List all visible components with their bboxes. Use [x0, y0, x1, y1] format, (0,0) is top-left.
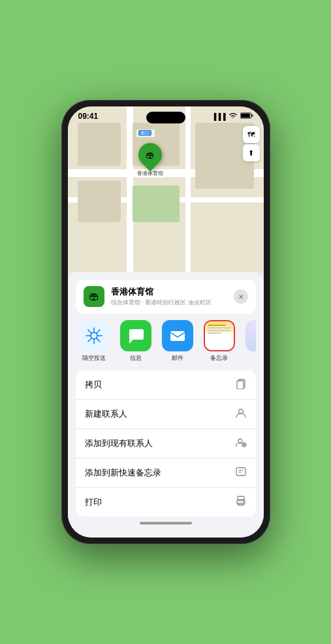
location-info: 香港体育馆 综合体育馆 · 香港特别行政区 油尖旺区	[111, 286, 234, 307]
svg-rect-12	[236, 468, 245, 475]
print-icon	[235, 495, 247, 509]
new-contact-icon	[235, 407, 247, 421]
message-label: 信息	[130, 354, 142, 362]
add-notes-label: 添加到新快速备忘录	[85, 467, 161, 479]
svg-rect-2	[251, 115, 253, 117]
location-card: 🏟 香港体育馆 综合体育馆 · 香港特别行政区 油尖旺区 ✕	[76, 280, 256, 314]
action-print[interactable]: 打印	[76, 488, 256, 517]
home-bar	[140, 522, 192, 524]
notes-icon	[204, 320, 235, 351]
close-button[interactable]: ✕	[234, 289, 248, 304]
status-icons: ▐▐▐	[212, 112, 253, 120]
status-time: 09:41	[78, 112, 99, 121]
share-row: 隔空投送 信息 邮件	[76, 320, 256, 364]
airdrop-label: 隔空投送	[82, 354, 106, 362]
notes-label: 备忘录	[210, 354, 228, 362]
add-notes-icon	[235, 466, 247, 480]
pin-circle: 🏟	[133, 138, 166, 171]
svg-point-8	[238, 439, 242, 443]
print-label: 打印	[85, 496, 102, 508]
airdrop-icon	[78, 320, 110, 351]
share-item-airdrop[interactable]: 隔空投送	[76, 320, 112, 362]
share-item-mail[interactable]: 邮件	[159, 320, 196, 362]
map-background: 南口 🏟 香港体育馆 🗺 ⬆	[68, 106, 264, 272]
action-add-existing[interactable]: 添加到现有联系人	[76, 429, 256, 459]
new-contact-label: 新建联系人	[85, 408, 127, 420]
mail-label: 邮件	[172, 354, 183, 362]
dynamic-island	[146, 112, 185, 123]
road-v2	[185, 106, 191, 272]
map-direction-label: 南口	[136, 129, 155, 137]
share-item-message[interactable]: 信息	[118, 320, 154, 362]
more-icon	[245, 320, 256, 351]
signal-icon: ▐▐▐	[212, 113, 225, 120]
share-item-more[interactable]: 推	[243, 320, 256, 362]
venue-subtitle: 综合体育馆 · 香港特别行政区 油尖旺区	[111, 298, 234, 307]
action-copy[interactable]: 拷贝	[76, 370, 256, 400]
block	[78, 123, 121, 166]
action-add-notes[interactable]: 添加到新快速备忘录	[76, 459, 256, 488]
map-area[interactable]: 南口 🏟 香港体育馆 🗺 ⬆	[68, 106, 264, 272]
green-park	[133, 185, 180, 222]
mail-icon	[162, 320, 193, 351]
copy-icon	[235, 378, 247, 392]
action-new-contact[interactable]: 新建联系人	[76, 400, 256, 429]
action-list: 拷贝 新建联系人 添加到现有联系人	[76, 370, 256, 517]
location-button[interactable]: ⬆	[243, 144, 260, 161]
venue-icon: 🏟	[84, 286, 104, 307]
phone-frame: 09:41 ▐▐▐	[61, 100, 270, 544]
copy-label: 拷贝	[85, 379, 102, 391]
venue-name: 香港体育馆	[111, 286, 234, 298]
map-controls: 🗺 ⬆	[243, 126, 260, 161]
phone-screen: 09:41 ▐▐▐	[68, 106, 264, 538]
battery-icon	[240, 112, 253, 120]
wifi-icon	[229, 112, 238, 120]
add-existing-label: 添加到现有联系人	[85, 438, 153, 449]
location-pin: 🏟 香港体育馆	[135, 143, 165, 178]
venue-icon-symbol: 🏟	[89, 291, 99, 302]
svg-rect-1	[241, 114, 250, 118]
svg-rect-4	[170, 331, 185, 341]
svg-point-18	[243, 501, 244, 502]
add-existing-icon	[235, 436, 247, 451]
share-item-notes[interactable]: 备忘录	[201, 320, 238, 362]
svg-rect-6	[237, 381, 244, 389]
pin-inner: 🏟	[146, 150, 155, 160]
message-icon	[120, 320, 151, 351]
bottom-sheet: 🏟 香港体育馆 综合体育馆 · 香港特别行政区 油尖旺区 ✕ 隔空投送	[68, 272, 264, 538]
block	[78, 181, 121, 222]
map-type-button[interactable]: 🗺	[243, 126, 260, 143]
home-indicator	[76, 517, 256, 530]
